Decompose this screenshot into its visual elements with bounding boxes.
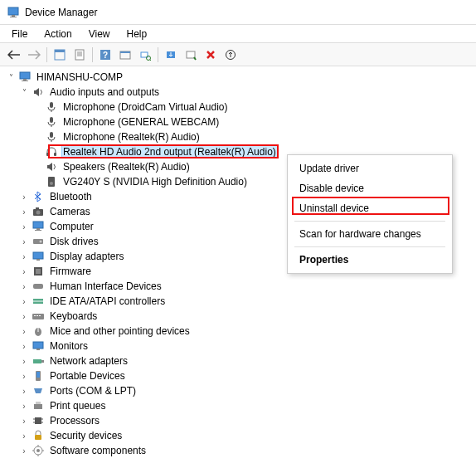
device-category-icon <box>32 399 45 412</box>
menu-help[interactable]: Help <box>120 27 154 41</box>
tree-label: Speakers (Realtek(R) Audio) <box>61 161 192 173</box>
scan-hardware-button[interactable] <box>136 46 154 64</box>
category-monitors[interactable]: ›Monitors <box>5 339 476 354</box>
show-hide-console-button[interactable] <box>51 46 69 64</box>
svg-rect-21 <box>22 80 28 81</box>
category-ide-ata-atapi-controllers[interactable]: ›IDE ATA/ATAPI controllers <box>5 294 476 309</box>
category-audio[interactable]: ˅ Audio inputs and outputs <box>5 85 476 100</box>
svg-rect-47 <box>32 314 44 319</box>
expand-icon[interactable]: › <box>18 400 30 412</box>
menu-view[interactable]: View <box>82 27 117 41</box>
svg-rect-37 <box>35 230 41 231</box>
category-human-interface-devices[interactable]: ›Human Interface Devices <box>5 279 476 294</box>
uninstall-device-button[interactable] <box>202 46 220 64</box>
svg-rect-34 <box>36 207 39 209</box>
svg-rect-54 <box>36 349 40 350</box>
category-keyboards[interactable]: ›Keyboards <box>5 309 476 324</box>
category-mice-and-other-pointing-devices[interactable]: ›Mice and other pointing devices <box>5 324 476 339</box>
category-software-components[interactable]: ›Software components <box>5 443 476 458</box>
device-category-icon <box>32 205 45 218</box>
add-legacy-hardware-button[interactable] <box>221 46 240 64</box>
tree-label: Processors <box>48 415 101 427</box>
tree-label: IDE ATA/ATAPI controllers <box>48 295 167 307</box>
device-category-icon <box>32 235 45 248</box>
expand-icon[interactable]: › <box>18 236 30 247</box>
svg-rect-17 <box>187 51 195 58</box>
svg-rect-5 <box>75 50 84 60</box>
tree-label: Monitors <box>48 340 90 352</box>
category-ports-com-lpt-[interactable]: ›Ports (COM & LPT) <box>5 383 476 398</box>
svg-rect-56 <box>41 360 44 363</box>
expand-icon[interactable]: › <box>18 295 30 307</box>
action-button[interactable] <box>116 46 134 64</box>
expand-icon[interactable]: › <box>18 251 30 262</box>
svg-rect-41 <box>36 259 40 261</box>
category-print-queues[interactable]: ›Print queues <box>5 398 476 413</box>
expand-icon[interactable]: ˅ <box>18 86 30 98</box>
svg-rect-0 <box>8 7 18 15</box>
ctx-properties[interactable]: Properties <box>288 250 452 270</box>
expand-icon[interactable]: › <box>18 206 30 217</box>
category-portable-devices[interactable]: ›Portable Devices <box>5 368 476 383</box>
menu-action[interactable]: Action <box>37 27 78 41</box>
svg-rect-28 <box>46 153 49 156</box>
ctx-scan-hardware[interactable]: Scan for hardware changes <box>288 224 452 244</box>
tree-label: Realtek HD Audio 2nd output (Realtek(R) … <box>61 145 278 158</box>
svg-rect-48 <box>34 315 36 316</box>
svg-rect-50 <box>39 315 41 316</box>
expand-icon[interactable]: › <box>18 310 30 322</box>
svg-rect-2 <box>10 17 17 17</box>
properties-button[interactable] <box>70 46 89 64</box>
tree-label: Computer <box>48 221 95 232</box>
expand-icon[interactable]: › <box>18 415 30 427</box>
device-microphone-webcam[interactable]: › Microphone (GENERAL WEBCAM) <box>5 115 476 129</box>
tree-label: Keyboards <box>48 310 99 322</box>
device-microphone-realtek[interactable]: › Microphone (Realtek(R) Audio) <box>5 129 476 144</box>
forward-button[interactable] <box>25 46 43 64</box>
disable-device-button[interactable] <box>182 46 200 64</box>
expand-icon[interactable]: › <box>18 221 30 232</box>
device-category-icon <box>32 444 45 457</box>
ctx-disable-device[interactable]: Disable device <box>288 178 452 198</box>
expand-icon[interactable]: › <box>18 340 30 352</box>
tree-label: Firmware <box>48 266 93 277</box>
toolbar: ? <box>0 43 476 66</box>
expand-icon[interactable]: › <box>18 430 30 441</box>
svg-rect-66 <box>35 435 41 440</box>
expand-icon[interactable]: › <box>18 370 30 382</box>
expand-icon[interactable]: ˅ <box>5 71 17 83</box>
menu-file[interactable]: File <box>5 27 34 41</box>
device-category-icon <box>32 310 45 323</box>
ctx-separator <box>294 246 445 247</box>
svg-rect-59 <box>34 404 42 409</box>
category-processors[interactable]: ›Processors <box>5 413 476 428</box>
help-button[interactable]: ? <box>96 46 114 64</box>
tree-label: Print queues <box>48 400 107 412</box>
svg-point-39 <box>40 241 42 243</box>
ctx-uninstall-device[interactable]: Uninstall device <box>288 198 452 218</box>
tree-label: Cameras <box>48 206 92 217</box>
category-security-devices[interactable]: ›Security devices <box>5 428 476 443</box>
tree-label: Disk drives <box>48 236 100 247</box>
category-network-adapters[interactable]: ›Network adapters <box>5 354 476 368</box>
expand-icon[interactable]: › <box>18 385 30 397</box>
update-driver-button[interactable] <box>162 46 180 64</box>
back-button[interactable] <box>5 46 23 64</box>
expand-icon[interactable]: › <box>18 325 30 337</box>
device-microphone-droidcam[interactable]: › Microphone (DroidCam Virtual Audio) <box>5 100 476 115</box>
expand-icon[interactable]: › <box>18 445 30 456</box>
ctx-update-driver[interactable]: Update driver <box>288 158 452 178</box>
expand-icon[interactable]: › <box>18 280 30 292</box>
expand-icon[interactable]: › <box>18 355 30 367</box>
device-category-icon <box>32 265 45 278</box>
tree-root[interactable]: ˅ HIMANSHU-COMP <box>5 70 476 85</box>
title-text: Device Manager <box>25 7 97 18</box>
device-category-icon <box>32 295 45 308</box>
audio-icon <box>32 85 45 99</box>
tree-label: Ports (COM & LPT) <box>48 385 138 397</box>
expand-icon[interactable]: › <box>18 266 30 277</box>
speaker-icon <box>45 175 58 188</box>
expand-icon[interactable]: › <box>18 191 30 202</box>
svg-rect-29 <box>54 153 56 156</box>
tree-label: Security devices <box>48 430 124 441</box>
